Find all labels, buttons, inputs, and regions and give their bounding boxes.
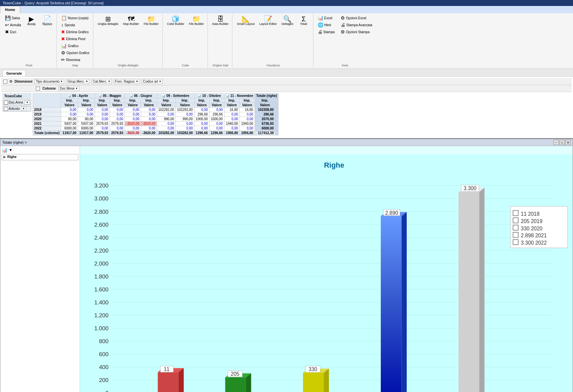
cat-merc-dropdown[interactable]: Cat.Merc. ▼ <box>91 79 112 84</box>
tab-generale[interactable]: Generale <box>3 70 26 76</box>
teseo-cube-label: TeseoCube <box>3 93 31 99</box>
bar-2020: 330 <box>303 366 329 392</box>
svg-text:205 2019: 205 2019 <box>521 218 542 224</box>
col-total: Totale (righe) <box>255 94 279 98</box>
svg-rect-70 <box>513 218 518 223</box>
group-label-map: Map <box>72 63 78 67</box>
map-builder-button[interactable]: 🗺 Map Builder <box>122 15 141 27</box>
chart-type-dropdown[interactable]: ▼ <box>9 148 13 152</box>
value-cell: 5937,00 <box>61 121 78 126</box>
opzioni-excel-button[interactable]: ⚙ Opzioni Excel <box>339 15 374 21</box>
svg-text:1.000: 1.000 <box>94 325 109 332</box>
bar-chart-icon[interactable]: 📊 <box>2 147 7 153</box>
chart-bg <box>80 154 573 392</box>
ribbon-group-griglia: ⊞ Griglia dettaglio 🗺 Map Builder 📁 File… <box>94 14 163 68</box>
opzioni-stampa-button[interactable]: ⚙ Opzioni Stampa <box>339 29 374 35</box>
stampa-avanzata-button[interactable]: 🖨 Stampa Avanzata <box>339 22 374 28</box>
value-cell: 0,00 <box>95 126 110 131</box>
svg-text:2.600: 2.600 <box>94 221 109 228</box>
esci-button[interactable]: ✖ Esci <box>3 29 23 35</box>
mag-valore2: Valore <box>110 103 124 108</box>
file-builder-cube-button[interactable]: 📁 File Builder <box>187 15 205 27</box>
layout-editor-button[interactable]: 📝 Layout Editor <box>258 15 279 27</box>
value-cell: 0,00 <box>141 112 157 117</box>
annulla-button[interactable]: ↩ Annulla <box>3 22 23 28</box>
ribbon-tab-bar: Home <box>0 6 573 13</box>
value-cell: 0,00 <box>176 126 194 131</box>
articolo-checkbox[interactable] <box>4 107 8 111</box>
nuovo-button[interactable]: 📄 Nuovo <box>40 15 54 27</box>
close-button[interactable]: ✕ <box>565 140 571 145</box>
group-label-cube: Cube <box>182 63 189 67</box>
value-cell: 80,00 <box>61 117 78 121</box>
dettaglio-button[interactable]: 🔍 Dettaglio <box>280 15 295 27</box>
total-cell <box>275 121 279 126</box>
minimize-button[interactable]: − <box>553 140 559 145</box>
year-cell: 2019 <box>33 112 61 117</box>
tab-home[interactable]: Home <box>0 6 20 13</box>
griglia-dettaglio-button[interactable]: ⊞ Griglia dettaglio <box>96 15 120 27</box>
sposta-button[interactable]: ↕ Sposta <box>59 22 91 28</box>
doc-anno-checkbox[interactable] <box>4 101 8 105</box>
value-cell: 296,66 <box>194 112 209 117</box>
cube-builder-button[interactable]: 🧊 Cube Builder <box>165 15 186 27</box>
table-row: 202080,0080,000,000,000,000,00990,00990,… <box>33 117 278 121</box>
value-cell: 0,00 <box>110 108 124 112</box>
value-cell: 0,00 <box>125 112 141 117</box>
value-cell: 1000,00 <box>209 117 224 121</box>
year-cell: 2022 <box>33 126 61 131</box>
svg-text:800: 800 <box>99 338 109 345</box>
html-button[interactable]: 🌐 Html <box>316 22 336 28</box>
value-cell: 6000,00 <box>78 126 95 131</box>
smart-layout-button[interactable]: 📐 Smart Layout <box>235 15 256 27</box>
totali-button[interactable]: Σ Totali <box>296 15 311 27</box>
svg-marker-59 <box>479 188 485 392</box>
colonne-checkbox[interactable] <box>36 87 40 91</box>
avvia-button[interactable]: ▶ Avvia <box>24 15 39 27</box>
svg-text:1.200: 1.200 <box>94 312 109 319</box>
value-cell: 16,80 <box>224 108 239 112</box>
svg-text:0: 0 <box>105 390 109 392</box>
value-cell: 0,00 <box>176 112 194 117</box>
svg-marker-36 <box>158 372 178 392</box>
group-label-griglia: Griglia dettaglio <box>118 63 139 67</box>
value-cell: 2070,00 <box>255 117 275 121</box>
expand-icon[interactable]: ▶ <box>3 155 6 159</box>
rinomina-button[interactable]: ✏ Rinomina <box>59 56 91 63</box>
opzioni-grafico-button[interactable]: ⚙ Opzioni Grafico <box>59 49 91 56</box>
codice-art-dropdown[interactable]: Codice art ▼ <box>142 79 163 84</box>
value-cell: 0,00 <box>194 121 209 126</box>
svg-text:330 2020: 330 2020 <box>521 226 542 231</box>
nuovo-copia-button[interactable]: 📋 Nuovo (copia) <box>59 15 91 21</box>
col-ott: 📊 10 - Ottobre <box>194 94 224 98</box>
svg-marker-52 <box>381 216 401 392</box>
save-button[interactable]: 💾 Salva <box>3 15 23 21</box>
chart-svg: 0 200 400 600 800 1.000 1.200 1.400 1.60… <box>80 146 573 392</box>
file-builder-griglia-button[interactable]: 📁 File Builder <box>142 15 160 27</box>
value-cell: 990,00 <box>176 117 194 121</box>
dim-checkbox[interactable] <box>3 80 7 84</box>
value-cell: 0,00 <box>61 108 78 112</box>
grafico-button[interactable]: 📊 Grafico <box>59 42 91 49</box>
total-value: 1296,66 <box>194 131 209 135</box>
girup-merc-dropdown[interactable]: Girup.Merc. ▼ <box>66 79 89 84</box>
stampa-button[interactable]: 🖨 Stampa <box>316 29 336 35</box>
data-builder-button[interactable]: 🗄 Data Builder <box>210 15 230 27</box>
excel-button[interactable]: 📊 Excel <box>316 15 336 21</box>
nov-val: Imp. <box>239 98 255 103</box>
value-cell: 0,00 <box>239 126 255 131</box>
doc-mese-colonne-dropdown[interactable]: Doc.Mese ▼ <box>58 86 79 91</box>
articolo-dropdown[interactable]: ▼ <box>21 107 26 111</box>
doc-anno-dropdown[interactable]: ▼ <box>25 100 30 105</box>
giu-valore1: Valore <box>125 103 141 108</box>
maximize-button[interactable]: □ <box>559 140 565 145</box>
elimina-grafico-button[interactable]: ✖ Elimina Grafico <box>59 29 91 35</box>
col-mag: 📊 05 - Maggio <box>95 94 124 98</box>
total-valore: Valore <box>255 103 275 108</box>
value-cell: 0,00 <box>110 112 124 117</box>
elimina-pivot-button[interactable]: ✖ Elimina Pivot <box>59 36 91 42</box>
forn-ragsoc-dropdown[interactable]: Forn. Ragsoc ▼ <box>114 79 140 84</box>
total-imp: Imp. <box>255 98 275 103</box>
tipo-documento-dropdown[interactable]: Tipo documento ▼ <box>35 79 64 84</box>
chevron-down-icon: ▼ <box>85 80 88 83</box>
